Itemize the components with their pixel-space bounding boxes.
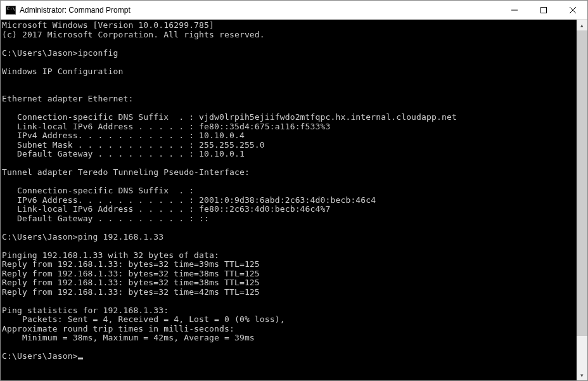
window-controls [500,1,587,19]
chevron-down-icon: ▾ [580,372,584,378]
terminal-line: Link-local IPv6 Address . . . . . : fe80… [2,205,575,214]
terminal-line: Default Gateway . . . . . . . . . : 10.1… [2,150,575,159]
titlebar[interactable]: Administrator: Command Prompt [1,1,587,20]
svg-line-3 [570,7,576,13]
terminal-line: Tunnel adapter Teredo Tunneling Pseudo-I… [2,168,575,178]
terminal-line [2,159,575,169]
terminal-line: Ping statistics for 192.168.1.33: [2,306,575,316]
minimize-button[interactable] [500,1,529,19]
scroll-track[interactable] [577,30,587,370]
terminal-line: Reply from 192.168.1.33: bytes=32 time=4… [2,288,575,297]
terminal-line [2,58,575,67]
terminal-line [2,76,575,86]
svg-rect-1 [541,7,547,13]
terminal-line: C:\Users\Jason>ipconfig [2,49,575,58]
terminal-line [2,39,575,49]
terminal-line [2,86,575,95]
terminal-line: Packets: Sent = 4, Received = 4, Lost = … [2,315,575,325]
terminal-line: Approximate round trip times in milli-se… [2,325,575,334]
cmd-icon [6,6,16,15]
terminal-line [2,104,575,113]
maximize-icon [540,7,547,13]
terminal-line [2,242,575,251]
terminal-line: Reply from 192.168.1.33: bytes=32 time=3… [2,278,575,288]
terminal-line: Ethernet adapter Ethernet: [2,94,575,104]
scroll-down-button[interactable]: ▾ [577,370,587,380]
terminal-line: Pinging 192.168.1.33 with 32 bytes of da… [2,251,575,261]
terminal-prompt[interactable]: C:\Users\Jason> [2,352,575,361]
cursor [78,358,83,359]
terminal-line: IPv4 Address. . . . . . . . . . . : 10.1… [2,131,575,141]
terminal-line: Connection-specific DNS Suffix . : vjdw0… [2,113,575,122]
terminal-line: Connection-specific DNS Suffix . : [2,186,575,196]
terminal-output[interactable]: Microsoft Windows [Version 10.0.16299.78… [1,20,577,380]
close-icon [570,7,576,13]
terminal-line: Reply from 192.168.1.33: bytes=32 time=3… [2,269,575,279]
terminal-line [2,223,575,233]
scroll-thumb[interactable] [577,30,587,336]
terminal-container: Microsoft Windows [Version 10.0.16299.78… [1,20,587,380]
prompt-text: C:\Users\Jason> [2,351,78,361]
maximize-button[interactable] [529,1,558,19]
terminal-line [2,343,575,352]
terminal-line [2,297,575,306]
scroll-up-button[interactable]: ▴ [577,20,587,30]
terminal-line: Windows IP Configuration [2,67,575,77]
terminal-line: Microsoft Windows [Version 10.0.16299.78… [2,21,575,30]
minimize-icon [511,7,518,13]
command-prompt-window: Administrator: Command Prompt Microsoft … [0,0,588,381]
terminal-line: Link-local IPv6 Address . . . . . : fe80… [2,122,575,132]
terminal-line: C:\Users\Jason>ping 192.168.1.33 [2,233,575,242]
vertical-scrollbar[interactable]: ▴ ▾ [577,20,587,380]
chevron-up-icon: ▴ [580,22,584,29]
terminal-line: Default Gateway . . . . . . . . . : :: [2,214,575,224]
close-button[interactable] [558,1,587,19]
terminal-line: (c) 2017 Microsoft Corporation. All righ… [2,30,575,40]
terminal-line [2,178,575,187]
terminal-line: Reply from 192.168.1.33: bytes=32 time=3… [2,260,575,269]
window-title: Administrator: Command Prompt [20,6,500,15]
svg-line-2 [570,7,576,13]
terminal-line: IPv6 Address. . . . . . . . . . . : 2001… [2,196,575,205]
terminal-line: Minimum = 38ms, Maximum = 42ms, Average … [2,333,575,343]
terminal-line: Subnet Mask . . . . . . . . . . . : 255.… [2,141,575,150]
